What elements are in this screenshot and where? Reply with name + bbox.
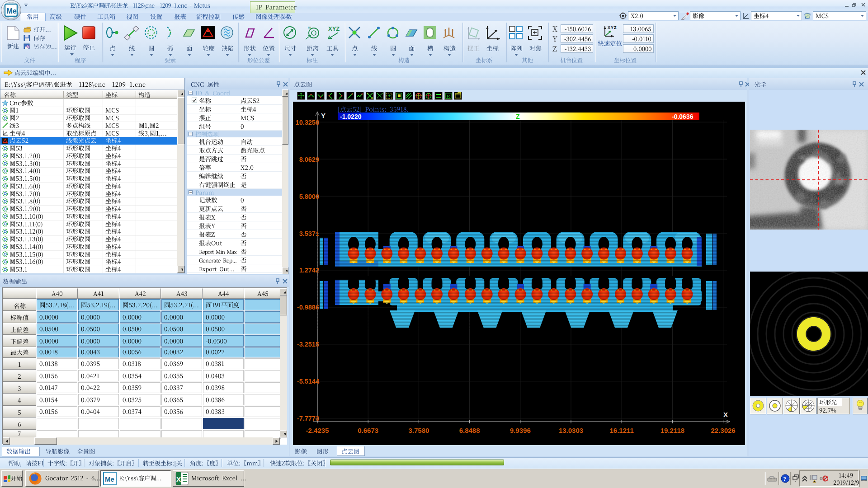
svg-text:XYZ: XYZ bbox=[608, 25, 617, 30]
svg-text:-5.5144: -5.5144 bbox=[297, 378, 319, 385]
svg-text:-0.9886: -0.9886 bbox=[297, 304, 319, 311]
svg-text:19.2118: 19.2118 bbox=[660, 427, 684, 434]
svg-text:Me: Me bbox=[105, 475, 114, 483]
svg-text:-7.7773: -7.7773 bbox=[297, 415, 319, 422]
svg-text:3.7580: 3.7580 bbox=[408, 427, 429, 434]
svg-text:Y: Y bbox=[321, 112, 326, 119]
svg-text:5.8000: 5.8000 bbox=[299, 193, 319, 200]
svg-text:-3.2515: -3.2515 bbox=[297, 341, 319, 348]
svg-text:X: X bbox=[176, 475, 181, 483]
svg-text:22.3026: 22.3026 bbox=[711, 427, 735, 434]
svg-text:9.9396: 9.9396 bbox=[510, 427, 531, 434]
svg-text:10.3258: 10.3258 bbox=[296, 119, 319, 126]
svg-text:X: X bbox=[723, 411, 728, 418]
svg-text:R: R bbox=[447, 94, 450, 99]
svg-text:0.6673: 0.6673 bbox=[358, 427, 378, 434]
svg-text:Me: Me bbox=[7, 7, 17, 15]
svg-text:XYZ: XYZ bbox=[328, 25, 340, 32]
svg-text:-1.0220: -1.0220 bbox=[340, 113, 362, 120]
svg-text:16.1211: 16.1211 bbox=[609, 427, 633, 434]
svg-text:6.8488: 6.8488 bbox=[459, 427, 480, 434]
svg-text:-0.0636: -0.0636 bbox=[672, 113, 693, 120]
svg-text:3.5371: 3.5371 bbox=[299, 230, 319, 237]
svg-text:13.0303: 13.0303 bbox=[559, 427, 583, 434]
svg-text:8.0629: 8.0629 bbox=[299, 156, 319, 163]
svg-text:?: ? bbox=[783, 475, 787, 482]
svg-text:1.2742: 1.2742 bbox=[299, 267, 319, 274]
svg-text:-2.4235: -2.4235 bbox=[306, 427, 329, 434]
svg-text:Z: Z bbox=[516, 113, 520, 120]
